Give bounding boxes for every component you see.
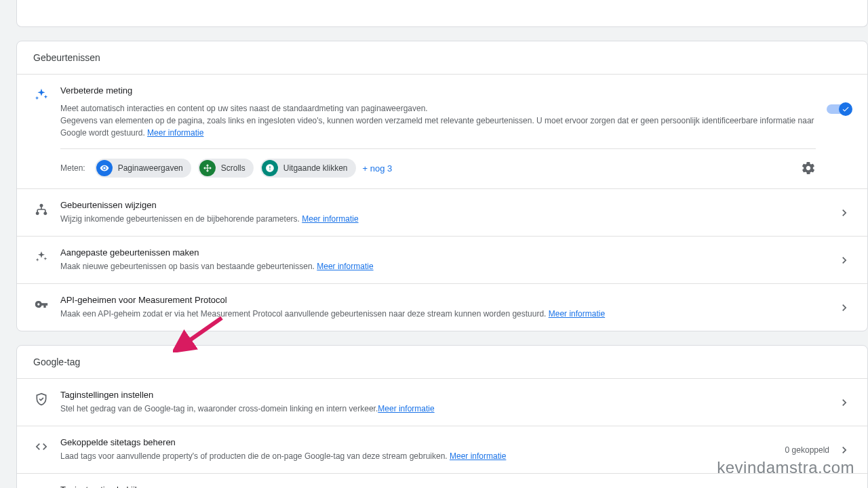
empty-card xyxy=(16,0,868,27)
sparkle-icon xyxy=(33,87,50,103)
instructions-title: Taginstructies bekijken xyxy=(60,485,682,488)
events-card: Gebeurtenissen Verbeterde meting Meet au… xyxy=(16,41,868,331)
outbound-icon xyxy=(262,160,278,176)
api-desc: Maak een API-geheim zodat er via het Mea… xyxy=(60,309,549,319)
measure-label: Meten: xyxy=(60,163,85,173)
enhanced-title: Verbeterde meting xyxy=(60,85,816,96)
configure-tag-row[interactable]: Taginstellingen instellen Stel het gedra… xyxy=(17,379,867,426)
eye-icon xyxy=(96,160,113,176)
linked-title: Gekoppelde sitetags beheren xyxy=(60,437,774,447)
linked-more-link[interactable]: Meer informatie xyxy=(450,451,506,461)
enhanced-measurement-section: Verbeterde meting Meet automatisch inter… xyxy=(17,75,867,189)
more-count-link[interactable]: + nog 3 xyxy=(363,163,393,174)
key-icon xyxy=(33,296,50,312)
tag-shield-icon xyxy=(33,391,50,407)
chevron-right-icon xyxy=(837,396,851,409)
events-header: Gebeurtenissen xyxy=(17,41,867,75)
enhanced-more-link[interactable]: Meer informatie xyxy=(147,128,203,138)
configure-more-link[interactable]: Meer informatie xyxy=(378,404,434,413)
chip-pageviews-label: Paginaweergaven xyxy=(118,163,183,173)
custom-title: Aangepaste gebeurtenissen maken xyxy=(60,247,827,258)
api-secrets-row[interactable]: API-geheimen voor Measurement Protocol M… xyxy=(17,284,867,331)
gear-icon[interactable] xyxy=(801,161,816,176)
enhanced-desc1: Meet automatisch interacties en content … xyxy=(60,104,428,113)
check-icon xyxy=(839,102,852,116)
modify-events-row[interactable]: Gebeurtenissen wijzigen Wijzig inkomende… xyxy=(17,189,867,237)
linked-desc: Laad tags voor aanvullende property's of… xyxy=(60,451,450,461)
chip-outbound: Uitgaande klikken xyxy=(260,159,356,178)
modify-desc: Wijzig inkomende gebeurtenissen en de bi… xyxy=(60,214,302,224)
edit-path-icon xyxy=(33,201,50,218)
scroll-icon xyxy=(199,160,216,176)
configure-title: Taginstellingen instellen xyxy=(60,390,827,400)
custom-events-row[interactable]: Aangepaste gebeurtenissen maken Maak nie… xyxy=(17,237,867,284)
enhanced-toggle[interactable] xyxy=(827,104,851,114)
chevron-right-icon xyxy=(837,206,851,220)
custom-more-link[interactable]: Meer informatie xyxy=(317,262,373,271)
sparkles-small-icon xyxy=(33,249,50,265)
code-icon xyxy=(33,439,50,455)
watermark: kevindamstra.com xyxy=(717,458,854,477)
googletag-header: Google-tag xyxy=(17,346,867,379)
modify-more-link[interactable]: Meer informatie xyxy=(302,214,358,224)
chip-outbound-label: Uitgaande klikken xyxy=(283,163,348,173)
custom-desc: Maak nieuwe gebeurtenissen op basis van … xyxy=(60,262,317,271)
configure-desc: Stel het gedrag van de Google-tag in, wa… xyxy=(60,404,378,413)
api-more-link[interactable]: Meer informatie xyxy=(549,309,605,319)
chevron-right-icon xyxy=(837,443,851,457)
linked-count: 0 gekoppeld xyxy=(785,445,829,455)
api-title: API-geheimen voor Measurement Protocol xyxy=(60,295,827,305)
chevron-right-icon xyxy=(837,301,851,314)
chip-scrolls: Scrolls xyxy=(198,159,254,178)
chip-pageviews: Paginaweergaven xyxy=(95,159,191,178)
chevron-right-icon xyxy=(837,253,851,267)
modify-title: Gebeurtenissen wijzigen xyxy=(60,200,827,210)
chip-scrolls-label: Scrolls xyxy=(221,163,245,173)
